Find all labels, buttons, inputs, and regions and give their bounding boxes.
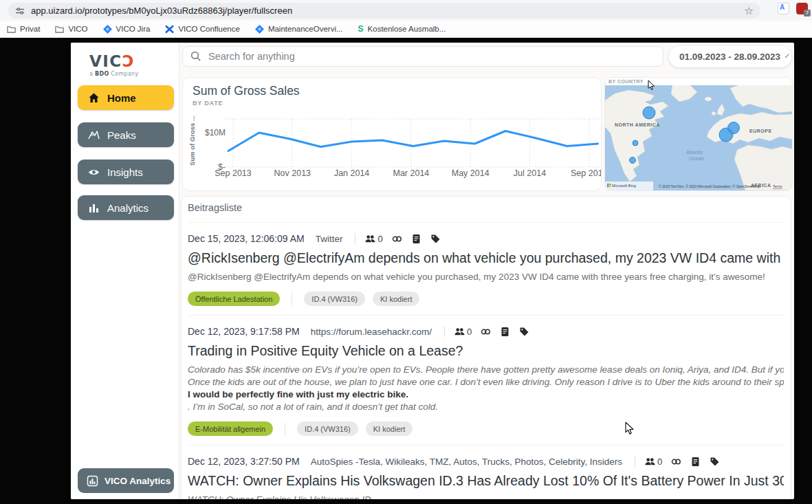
x-tick: Sep 2014	[571, 168, 602, 178]
followers-count: 0	[657, 457, 662, 467]
map-marker-germany[interactable]	[728, 122, 740, 134]
x-tick: Nov 2013	[274, 168, 311, 178]
followers-count: 0	[377, 234, 382, 244]
sidebar-item-peaks[interactable]: Peaks	[78, 122, 174, 147]
vico-analytics-button[interactable]: VICO Analytics	[78, 468, 174, 493]
folder-icon	[7, 25, 16, 34]
posts-list-card: Beitragsliste Dec 15, 2023, 12:06:09 AM …	[181, 196, 791, 499]
url-text[interactable]: app.uizard.io/prototypes/bM0yoLjx03uRdz6…	[31, 6, 738, 16]
sidebar-item-label: Peaks	[107, 129, 136, 141]
link-icon[interactable]	[671, 457, 681, 467]
tag-chip[interactable]: ID.4 (VW316)	[304, 292, 365, 306]
chevron-down-icon	[785, 54, 789, 58]
x-tick: May 2014	[452, 168, 490, 178]
post-item-1: Dec 15, 2023, 12:06:09 AM Twitter 0 @Ric…	[188, 222, 784, 306]
x-tick: Jul 2014	[514, 168, 546, 178]
sidebar-item-insights[interactable]: Insights	[78, 160, 174, 184]
divider	[355, 233, 355, 244]
post-item-2: Dec 12, 2023, 9:17:58 PM https://forum.l…	[188, 315, 784, 436]
logo-accent-c: Ɔ	[122, 52, 135, 70]
post-title[interactable]: @RickIsenberg @ElectrifyAm depends on wh…	[188, 250, 784, 266]
divider	[292, 293, 292, 305]
eye-icon	[88, 166, 100, 178]
bubble-map[interactable]: NORTH AMERICA EUROPE Atlantic Ocean AFRI…	[605, 85, 793, 190]
mouse-cursor-small	[648, 80, 655, 91]
x-tick: Mar 2014	[393, 168, 429, 178]
address-bar[interactable]: app.uizard.io/prototypes/bM0yoLjx03uRdz6…	[8, 3, 760, 19]
post-date: Dec 12, 2023, 9:17:58 PM	[188, 326, 300, 337]
post-body-line: WATCH: Owner Explains His Volkswagen ID.	[188, 494, 784, 499]
s-icon: S	[358, 24, 364, 34]
tag-icon[interactable]	[430, 234, 441, 244]
search-input[interactable]: Search for anything	[182, 46, 663, 67]
map-marker-canada[interactable]	[643, 107, 655, 119]
date-range-text: 01.09.2023 - 28.09.2023	[679, 52, 780, 62]
tag-chip[interactable]: KI kodiert	[373, 292, 419, 306]
followers-icon	[365, 234, 375, 244]
bookmark-maintenance-overview[interactable]: MaintenanceOvervi...	[255, 25, 343, 34]
sidebar-item-label: Home	[107, 92, 136, 104]
site-settings-icon[interactable]	[15, 6, 25, 16]
followers-icon	[454, 327, 465, 337]
tag-icon[interactable]	[519, 327, 529, 337]
sidebar-item-analytics[interactable]: Analytics	[78, 195, 174, 220]
post-source[interactable]: Twitter	[316, 234, 343, 244]
map-label-atlantic-1: Atlantic	[686, 149, 703, 155]
jira-icon	[103, 25, 112, 34]
posts-heading: Beitragsliste	[188, 202, 784, 213]
post-body-line: @RickIsenberg @ElectrifyAm depends on wh…	[188, 271, 784, 283]
gross-sales-chart-card: Sum of Gross Sales BY DATE Sum of Gross …	[182, 77, 602, 191]
tag-chip[interactable]: ID.4 (VW316)	[297, 421, 358, 436]
post-body-line: Colorado has $5k incentive on EVs if you…	[188, 364, 784, 376]
map-marker-mexico[interactable]	[630, 157, 636, 164]
browser-toolbar: app.uizard.io/prototypes/bM0yoLjx03uRdz6…	[0, 0, 812, 21]
bookmark-vico-jira[interactable]: VICO Jira	[103, 25, 151, 34]
vico-logo: VICƆ a BDO Company	[89, 54, 139, 77]
divider	[444, 326, 445, 337]
country-map-card: BY COUNTRY NORTH AMERICA EU	[604, 77, 793, 191]
followers-counter[interactable]: 0	[645, 457, 662, 467]
peaks-icon	[88, 129, 100, 141]
date-range-picker[interactable]: 01.09.2023 - 28.09.2023	[669, 46, 791, 67]
x-tick: Jan 2014	[334, 168, 369, 178]
post-body-line: I would be perfectly fine with just my e…	[188, 388, 784, 401]
notes-icon[interactable]	[690, 457, 701, 467]
sidebar-item-home[interactable]: Home	[78, 85, 174, 110]
bookmarks-bar: Privat VICO VICO Jira VICO Confluence Ma…	[0, 21, 812, 38]
tag-chip[interactable]: KI kodiert	[366, 421, 413, 436]
post-tags: Öffentliche Ladestation ID.4 (VW316) KI …	[188, 292, 784, 306]
bookmark-star-icon[interactable]: ☆	[745, 6, 754, 16]
tag-chip[interactable]: Öffentliche Ladestation	[188, 292, 280, 306]
followers-counter[interactable]: 0	[454, 327, 472, 337]
extension-badge: 7	[804, 10, 811, 17]
divider	[285, 423, 285, 435]
map-label-north-america: NORTH AMERICA	[615, 122, 660, 127]
link-icon[interactable]	[392, 234, 402, 244]
post-source[interactable]: AutoSpies -Tesla, Wikileaks, TMZ, Autos,…	[311, 457, 622, 467]
bookmark-privat[interactable]: Privat	[7, 25, 40, 34]
map-label-atlantic-2: Ocean	[689, 155, 704, 162]
sidebar-item-label: Analytics	[107, 202, 149, 214]
notes-icon[interactable]	[411, 234, 421, 244]
followers-counter[interactable]: 0	[365, 234, 382, 244]
extension-icon[interactable]: 7	[796, 3, 808, 14]
bookmark-kostenlose[interactable]: S Kostenlose Ausmalb...	[358, 24, 446, 34]
tag-icon[interactable]	[710, 457, 720, 467]
post-title[interactable]: Trading in Positive Equity Vehicle on a …	[188, 343, 784, 359]
post-meta: Dec 12, 2023, 9:17:58 PM https://forum.l…	[188, 325, 784, 338]
translate-icon[interactable]	[778, 3, 789, 14]
notes-icon[interactable]	[500, 327, 510, 337]
map-attribution: © 2023 TomTom, © 2023 Microsoft Corporat…	[659, 184, 760, 188]
sidebar-item-label: Insights	[107, 166, 143, 178]
bookmark-vico[interactable]: VICO	[55, 25, 87, 34]
map-marker-us-central[interactable]	[633, 140, 638, 146]
post-title[interactable]: WATCH: Owner Explains His Volkswagen ID.…	[188, 473, 784, 489]
post-body-line: Once the kids are out of the house, we p…	[188, 376, 784, 388]
post-source[interactable]: https://forum.leasehackr.com/	[311, 327, 432, 337]
app-frame: VICƆ a BDO Company Home Peaks Insights A…	[71, 43, 794, 499]
home-icon	[88, 92, 100, 104]
tag-chip[interactable]: E-Mobilität allgemein	[188, 421, 273, 436]
bar-chart-icon	[88, 202, 100, 214]
bookmark-vico-confluence[interactable]: VICO Confluence	[165, 25, 240, 34]
link-icon[interactable]	[481, 327, 491, 337]
